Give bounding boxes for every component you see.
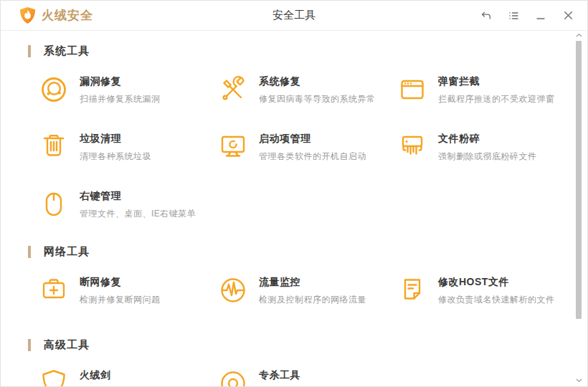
host-file-icon (397, 274, 428, 306)
huorong-logo-icon (19, 6, 36, 24)
tool-grid: 断网修复检测并修复断网问题流量监控检测及控制程序的网络流量修改HOST文件修改负… (1, 274, 587, 309)
tools-scroll-area: 系统工具漏洞修复扫描并修复系统漏洞系统修复修复因病毒等导致的系统异常弹窗拦截拦截… (1, 31, 587, 386)
title-bar: 火绒安全 安全工具 (1, 1, 587, 31)
section-title: 系统工具 (44, 44, 90, 58)
tool-title: 修改HOST文件 (438, 276, 555, 289)
section-title: 高级工具 (44, 338, 90, 352)
tool-title: 文件粉碎 (438, 133, 537, 145)
tool-text: 弹窗拦截拦截程序推送的不受欢迎弹窗 (438, 74, 555, 105)
tool-text: 流量监控检测及控制程序的网络流量 (259, 274, 366, 306)
network-fix-icon (38, 274, 70, 306)
close-icon[interactable] (561, 9, 574, 22)
menu-list-icon[interactable] (507, 9, 520, 22)
tool-text: 启动项管理管理各类软件的开机自启动 (259, 131, 366, 163)
right-click-manager-icon (38, 188, 70, 220)
tool-item-startup-manager[interactable]: 启动项管理管理各类软件的开机自启动 (217, 131, 397, 166)
file-shredder-icon (397, 131, 428, 163)
section-accent-bar (28, 339, 31, 351)
tool-item-popup-block[interactable]: 弹窗拦截拦截程序推送的不受欢迎弹窗 (397, 74, 580, 108)
section-系统工具: 系统工具漏洞修复扫描并修复系统漏洞系统修复修复因病毒等导致的系统异常弹窗拦截拦截… (1, 44, 587, 223)
tool-subtitle: 管理各类软件的开机自启动 (259, 150, 366, 163)
tool-subtitle: 清理各种系统垃圾 (80, 150, 151, 163)
vulnerability-fix-icon (38, 74, 70, 105)
tool-subtitle: 修复因病毒等导致的系统异常 (259, 93, 376, 105)
tool-title: 火绒剑 (80, 369, 111, 382)
tool-subtitle: 管理文件、桌面、IE右键菜单 (80, 208, 196, 220)
tool-item-traffic-monitor[interactable]: 流量监控检测及控制程序的网络流量 (217, 274, 397, 309)
startup-manager-icon (217, 131, 249, 163)
traffic-monitor-icon (217, 274, 249, 306)
tool-title: 启动项管理 (259, 133, 366, 145)
tool-item-system-repair[interactable]: 系统修复修复因病毒等导致的系统异常 (217, 74, 397, 108)
back-arrow-icon[interactable] (480, 9, 493, 22)
huorong-sword-shield-icon (38, 368, 70, 386)
section-title: 网络工具 (44, 245, 90, 259)
tool-grid: 漏洞修复扫描并修复系统漏洞系统修复修复因病毒等导致的系统异常弹窗拦截拦截程序推送… (1, 74, 587, 223)
tool-subtitle: 强制删除或彻底粉碎文件 (438, 150, 537, 163)
section-accent-bar (28, 246, 31, 258)
tool-subtitle: 修改负责域名快速解析的文件 (438, 294, 555, 306)
tool-text: 断网修复检测并修复断网问题 (80, 274, 161, 306)
popup-block-icon (397, 74, 428, 105)
tool-text: 文件粉碎强制删除或彻底粉碎文件 (438, 131, 537, 163)
scroll-up-arrow-icon[interactable] (576, 32, 582, 39)
minimize-icon[interactable] (534, 9, 547, 22)
tool-item-huorong-sword[interactable]: 火绒剑 (38, 368, 217, 386)
tool-title: 流量监控 (259, 276, 366, 289)
tool-item-host-file-edit[interactable]: 修改HOST文件修改负责域名快速解析的文件 (397, 274, 580, 309)
tool-text: 右键管理管理文件、桌面、IE右键菜单 (80, 188, 196, 220)
tool-text: 专杀工具 (259, 368, 300, 382)
window-controls (480, 9, 574, 22)
tool-title: 漏洞修复 (80, 75, 161, 88)
tool-text: 修改HOST文件修改负责域名快速解析的文件 (438, 274, 555, 306)
tool-item-network-fix[interactable]: 断网修复检测并修复断网问题 (38, 274, 217, 309)
tool-grid: 火绒剑专杀工具 (1, 368, 587, 386)
special-kill-icon (217, 368, 249, 386)
scrollbar-thumb[interactable] (576, 41, 582, 319)
tool-text: 火绒剑 (80, 368, 111, 382)
scrollbar (576, 32, 582, 385)
brand-name: 火绒安全 (42, 7, 93, 24)
section-header: 网络工具 (28, 244, 587, 259)
tool-item-file-shredder[interactable]: 文件粉碎强制删除或彻底粉碎文件 (397, 131, 580, 166)
tool-item-junk-clean[interactable]: 垃圾清理清理各种系统垃圾 (38, 131, 217, 166)
system-repair-icon (217, 74, 249, 105)
tool-subtitle: 拦截程序推送的不受欢迎弹窗 (438, 93, 555, 105)
tool-text: 系统修复修复因病毒等导致的系统异常 (259, 74, 376, 105)
tool-title: 断网修复 (80, 276, 161, 289)
tool-subtitle: 检测并修复断网问题 (80, 294, 161, 306)
tool-text: 漏洞修复扫描并修复系统漏洞 (80, 74, 161, 105)
tool-title: 专杀工具 (259, 369, 300, 382)
section-header: 高级工具 (28, 338, 587, 352)
tool-title: 右键管理 (80, 190, 196, 203)
section-header: 系统工具 (28, 44, 587, 58)
tool-item-vulnerability-fix[interactable]: 漏洞修复扫描并修复系统漏洞 (38, 74, 217, 108)
junk-clean-icon (38, 131, 70, 163)
tool-text: 垃圾清理清理各种系统垃圾 (80, 131, 151, 163)
section-accent-bar (28, 45, 31, 57)
section-高级工具: 高级工具火绒剑专杀工具 (1, 338, 587, 386)
tool-subtitle: 检测及控制程序的网络流量 (259, 294, 366, 306)
tool-title: 系统修复 (259, 75, 376, 88)
tool-item-right-click-manager[interactable]: 右键管理管理文件、桌面、IE右键菜单 (38, 188, 217, 223)
tool-title: 弹窗拦截 (438, 75, 555, 88)
brand: 火绒安全 (19, 6, 93, 24)
tool-title: 垃圾清理 (80, 133, 151, 145)
tool-subtitle: 扫描并修复系统漏洞 (80, 93, 161, 105)
section-网络工具: 网络工具断网修复检测并修复断网问题流量监控检测及控制程序的网络流量修改HOST文… (1, 244, 587, 309)
tool-item-special-kill-tool[interactable]: 专杀工具 (217, 368, 397, 386)
scroll-down-arrow-icon[interactable] (576, 377, 582, 383)
